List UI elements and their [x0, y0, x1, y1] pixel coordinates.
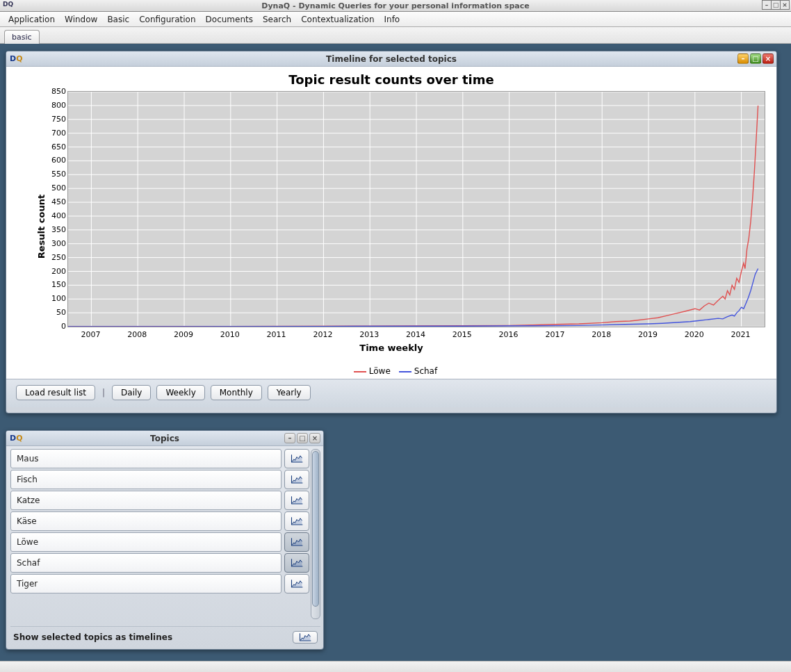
menu-window[interactable]: Window: [60, 13, 101, 26]
daily-button[interactable]: Daily: [112, 385, 151, 400]
topic-row: Käse: [10, 511, 309, 531]
menu-documents[interactable]: Documents: [202, 13, 257, 26]
toolbar-separator: |: [101, 388, 106, 398]
topic-row: Fisch: [10, 470, 309, 489]
topic-input[interactable]: Fisch: [10, 470, 282, 489]
show-topics-timeline-button[interactable]: [293, 631, 318, 644]
legend-swatch: [354, 371, 366, 372]
topic-chart-toggle-button[interactable]: [284, 470, 309, 489]
y-tick-label: 800: [51, 101, 66, 110]
menu-application[interactable]: Application: [4, 13, 59, 26]
window-maximize-icon[interactable]: □: [771, 0, 781, 10]
chart-icon: [290, 453, 304, 464]
y-tick-label: 0: [61, 322, 66, 331]
minimize-icon[interactable]: –: [737, 54, 749, 64]
window-timeline-title: Timeline for selected topics: [326, 54, 457, 64]
weekly-button[interactable]: Weekly: [156, 385, 204, 400]
close-icon[interactable]: ×: [763, 54, 774, 64]
topic-chart-toggle-button[interactable]: [284, 511, 309, 531]
chart-icon: [290, 474, 304, 485]
menu-basic[interactable]: Basic: [103, 13, 133, 26]
topic-chart-toggle-button[interactable]: [284, 491, 309, 510]
topic-input[interactable]: Tiger: [10, 574, 282, 593]
x-tick-label: 2010: [220, 330, 240, 339]
topic-input[interactable]: Katze: [10, 491, 282, 510]
scrollbar-thumb[interactable]: [312, 451, 319, 607]
monthly-button[interactable]: Monthly: [211, 385, 262, 400]
chart-icon: [290, 557, 304, 568]
x-tick-label: 2011: [267, 330, 286, 339]
scrollbar[interactable]: [311, 449, 320, 619]
topic-row: Schaf: [10, 553, 309, 573]
topic-chart-toggle-button[interactable]: [284, 574, 309, 593]
topic-input[interactable]: Schaf: [10, 553, 282, 573]
topic-input[interactable]: Käse: [10, 511, 282, 531]
menu-info[interactable]: Info: [380, 13, 405, 26]
x-tick-label: 2019: [638, 330, 658, 339]
close-icon[interactable]: ×: [309, 433, 320, 443]
y-tick-label: 100: [51, 294, 66, 303]
x-tick-label: 2016: [499, 330, 519, 339]
legend-label: Schaf: [414, 366, 437, 376]
timeline-toolbar: Load result list | Daily Weekly Monthly …: [6, 379, 776, 407]
window-timeline-titlebar[interactable]: DQ Timeline for selected topics – □ ×: [6, 51, 776, 67]
y-tick-label: 300: [51, 239, 66, 248]
x-tick-label: 2013: [359, 330, 379, 339]
window-topics-titlebar[interactable]: DQ Topics – □ ×: [6, 431, 323, 446]
topic-row: Katze: [10, 491, 309, 510]
maximize-icon[interactable]: □: [750, 54, 761, 64]
topic-chart-toggle-button[interactable]: [284, 553, 309, 573]
chart-icon: [290, 578, 304, 589]
x-tick-label: 2015: [452, 330, 472, 339]
app-logo-icon: DQ: [3, 1, 13, 8]
window-minimize-icon[interactable]: –: [762, 0, 772, 10]
app-titlebar: DQ DynaQ - Dynamic Queries for your pers…: [0, 0, 791, 12]
menu-contextualization[interactable]: Contextualization: [297, 13, 378, 26]
y-tick-label: 400: [51, 211, 66, 220]
load-result-list-button[interactable]: Load result list: [16, 385, 95, 400]
window-topics: DQ Topics – □ × MausFischKatzeKäseLöweSc…: [6, 430, 324, 650]
topic-input[interactable]: Löwe: [10, 532, 282, 552]
chart-plot-area: [67, 91, 765, 327]
x-tick-label: 2012: [313, 330, 332, 339]
chart-container: Topic result counts over time Result cou…: [6, 67, 776, 379]
chart-title: Topic result counts over time: [12, 72, 771, 87]
y-tick-label: 650: [51, 142, 66, 151]
chart-icon: [290, 536, 304, 548]
topics-footer-label: Show selected topics as timelines: [13, 632, 288, 642]
y-tick-label: 550: [51, 170, 66, 179]
dq-logo-icon: DQ: [10, 54, 23, 63]
menu-configuration[interactable]: Configuration: [135, 13, 199, 26]
window-topics-title: Topics: [150, 434, 179, 443]
yearly-button[interactable]: Yearly: [268, 385, 311, 400]
window-close-icon[interactable]: ×: [780, 0, 790, 10]
tab-basic[interactable]: basic: [4, 30, 40, 44]
y-tick-label: 200: [51, 267, 66, 276]
topic-row: Tiger: [10, 574, 309, 593]
topic-chart-toggle-button[interactable]: [284, 532, 309, 552]
window-timeline: DQ Timeline for selected topics – □ × To…: [6, 51, 777, 413]
y-tick-label: 450: [51, 197, 66, 206]
y-tick-label: 50: [56, 308, 66, 317]
minimize-icon[interactable]: –: [284, 433, 295, 443]
x-tick-label: 2008: [127, 330, 147, 339]
maximize-icon[interactable]: □: [297, 433, 308, 443]
y-tick-label: 700: [51, 129, 66, 138]
topic-chart-toggle-button[interactable]: [284, 449, 309, 468]
y-tick-label: 350: [51, 225, 66, 234]
y-tick-label: 250: [51, 253, 66, 262]
x-tick-label: 2021: [731, 330, 751, 339]
y-tick-label: 850: [51, 87, 66, 96]
topic-input[interactable]: Maus: [10, 449, 282, 468]
legend-label: Löwe: [369, 366, 391, 376]
chart-icon: [290, 495, 304, 506]
y-tick-label: 150: [51, 280, 66, 289]
x-tick-label: 2014: [406, 330, 425, 339]
topic-row: Maus: [10, 449, 309, 468]
y-tick-label: 500: [51, 183, 66, 192]
x-tick-label: 2017: [545, 330, 564, 339]
x-tick-label: 2018: [592, 330, 611, 339]
menubar: Application Window Basic Configuration D…: [0, 12, 791, 27]
desktop-area: DQ Timeline for selected topics – □ × To…: [0, 44, 791, 672]
menu-search[interactable]: Search: [259, 13, 295, 26]
